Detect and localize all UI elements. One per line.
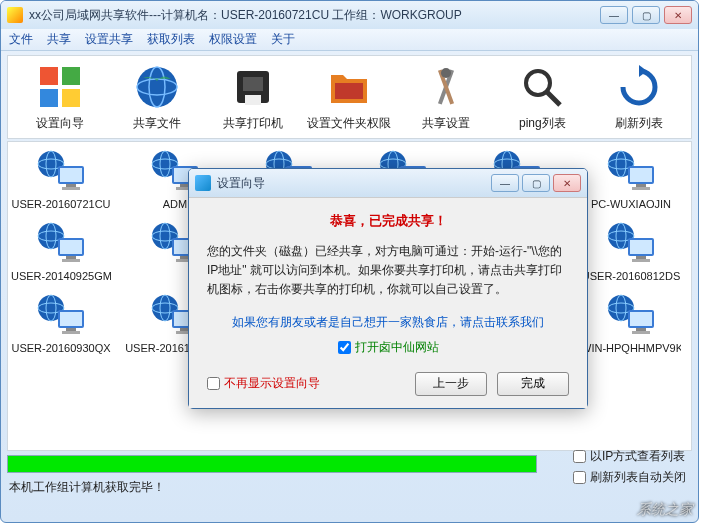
svg-rect-0 bbox=[40, 67, 58, 85]
options-panel: 以IP方式查看列表 刷新列表自动关闭 bbox=[573, 448, 686, 490]
svg-rect-65 bbox=[62, 259, 80, 262]
toolbar-refresh[interactable]: 刷新列表 bbox=[595, 63, 683, 132]
toolbar-label: 共享打印机 bbox=[223, 115, 283, 132]
menu-item-3[interactable]: 获取列表 bbox=[147, 31, 195, 48]
dialog-titlebar[interactable]: 设置向导 — ▢ ✕ bbox=[189, 169, 587, 197]
svg-rect-23 bbox=[62, 187, 80, 190]
toolbar-label: 设置向导 bbox=[36, 115, 84, 132]
toolbar-tools[interactable]: 共享设置 bbox=[402, 63, 490, 132]
pc-item[interactable]: USER-20160930QX bbox=[16, 294, 106, 354]
svg-rect-2 bbox=[40, 89, 58, 107]
menu-item-1[interactable]: 共享 bbox=[47, 31, 71, 48]
progress-bar bbox=[7, 455, 537, 473]
menu-item-4[interactable]: 权限设置 bbox=[209, 31, 257, 48]
pc-item[interactable]: USER-20140925GM bbox=[16, 222, 106, 282]
auto-close-label: 刷新列表自动关闭 bbox=[590, 469, 686, 486]
svg-rect-58 bbox=[632, 187, 650, 190]
globe-icon bbox=[133, 63, 181, 111]
noshow-label: 不再显示设置向导 bbox=[224, 375, 320, 392]
svg-rect-9 bbox=[245, 95, 261, 105]
svg-point-4 bbox=[137, 67, 177, 107]
ip-mode-checkbox[interactable] bbox=[573, 450, 586, 463]
toolbar-windows[interactable]: 设置向导 bbox=[16, 63, 104, 132]
pc-item[interactable]: WIN-HPQHHMPV9KI bbox=[586, 294, 676, 354]
search-icon bbox=[518, 63, 566, 111]
window-controls: — ▢ ✕ bbox=[600, 6, 692, 24]
open-site-checkbox[interactable] bbox=[338, 341, 351, 354]
svg-rect-141 bbox=[636, 328, 646, 331]
noshow-checkbox[interactable] bbox=[207, 377, 220, 390]
svg-rect-56 bbox=[630, 168, 652, 182]
wizard-dialog: 设置向导 — ▢ ✕ 恭喜，已完成共享！ 您的文件夹（磁盘）已经共享，对方电脑可… bbox=[188, 168, 588, 409]
dialog-instructions: 您的文件夹（磁盘）已经共享，对方电脑可通过：开始-运行-"\\您的IP地址" 就… bbox=[207, 242, 569, 300]
pc-item[interactable]: PC-WUXIAOJIN bbox=[586, 150, 676, 210]
ip-mode-label: 以IP方式查看列表 bbox=[590, 448, 685, 465]
pc-label: WIN-HPQHHMPV9KI bbox=[581, 342, 681, 354]
pc-label: USER-20160812DS bbox=[582, 270, 680, 282]
svg-rect-107 bbox=[62, 331, 80, 334]
pc-label: PC-WUXIAOJIN bbox=[591, 198, 671, 210]
svg-rect-8 bbox=[243, 77, 263, 91]
app-icon bbox=[7, 7, 23, 23]
dialog-body: 恭喜，已完成共享！ 您的文件夹（磁盘）已经共享，对方电脑可通过：开始-运行-"\… bbox=[189, 197, 587, 408]
minimize-button[interactable]: — bbox=[600, 6, 628, 24]
svg-rect-99 bbox=[636, 256, 646, 259]
computer-icon bbox=[606, 222, 656, 266]
svg-rect-98 bbox=[630, 240, 652, 254]
folder-icon bbox=[325, 63, 373, 111]
toolbar-search[interactable]: ping列表 bbox=[498, 63, 586, 132]
dialog-footer: 不再显示设置向导 上一步 完成 bbox=[207, 372, 569, 396]
option-ip-mode[interactable]: 以IP方式查看列表 bbox=[573, 448, 686, 465]
prev-button[interactable]: 上一步 bbox=[415, 372, 487, 396]
open-site-label: 打开卤中仙网站 bbox=[355, 339, 439, 356]
svg-rect-106 bbox=[66, 328, 76, 331]
refresh-icon bbox=[615, 63, 663, 111]
congrats-text: 恭喜，已完成共享！ bbox=[207, 212, 569, 230]
svg-rect-3 bbox=[62, 89, 80, 107]
dialog-minimize-button[interactable]: — bbox=[491, 174, 519, 192]
option-auto-close[interactable]: 刷新列表自动关闭 bbox=[573, 469, 686, 486]
computer-icon bbox=[36, 222, 86, 266]
toolbar-label: 共享设置 bbox=[422, 115, 470, 132]
menu-item-5[interactable]: 关于 bbox=[271, 31, 295, 48]
pc-label: USER-20160721CU bbox=[11, 198, 110, 210]
auto-close-checkbox[interactable] bbox=[573, 471, 586, 484]
computer-icon bbox=[606, 294, 656, 338]
maximize-button[interactable]: ▢ bbox=[632, 6, 660, 24]
menu-item-0[interactable]: 文件 bbox=[9, 31, 33, 48]
pc-item[interactable]: USER-20160812DS bbox=[586, 222, 676, 282]
contact-link[interactable]: 如果您有朋友或者是自己想开一家熟食店，请点击联系我们 bbox=[207, 314, 569, 331]
open-site-option[interactable]: 打开卤中仙网站 bbox=[207, 339, 569, 356]
svg-rect-57 bbox=[636, 184, 646, 187]
svg-rect-100 bbox=[632, 259, 650, 262]
pc-item[interactable]: USER-20160721CU bbox=[16, 150, 106, 210]
toolbar: 设置向导共享文件共享打印机设置文件夹权限共享设置ping列表刷新列表 bbox=[7, 55, 692, 139]
toolbar-label: 刷新列表 bbox=[615, 115, 663, 132]
pc-label: ADM bbox=[163, 198, 187, 210]
svg-point-14 bbox=[526, 71, 550, 95]
computer-icon bbox=[36, 294, 86, 338]
close-button[interactable]: ✕ bbox=[664, 6, 692, 24]
svg-rect-142 bbox=[632, 331, 650, 334]
svg-rect-64 bbox=[66, 256, 76, 259]
toolbar-folder[interactable]: 设置文件夹权限 bbox=[305, 63, 393, 132]
tools-icon bbox=[422, 63, 470, 111]
svg-rect-22 bbox=[66, 184, 76, 187]
menubar: 文件共享设置共享获取列表权限设置关于 bbox=[1, 29, 698, 51]
toolbar-label: ping列表 bbox=[519, 115, 566, 132]
dialog-close-button[interactable]: ✕ bbox=[553, 174, 581, 192]
pc-label: USER-20160930QX bbox=[11, 342, 110, 354]
noshow-option[interactable]: 不再显示设置向导 bbox=[207, 375, 405, 392]
toolbar-label: 设置文件夹权限 bbox=[307, 115, 391, 132]
svg-rect-140 bbox=[630, 312, 652, 326]
svg-rect-21 bbox=[60, 168, 82, 182]
svg-point-13 bbox=[441, 68, 451, 78]
titlebar[interactable]: xx公司局域网共享软件---计算机名：USER-20160721CU 工作组：W… bbox=[1, 1, 698, 29]
menu-item-2[interactable]: 设置共享 bbox=[85, 31, 133, 48]
dialog-title: 设置向导 bbox=[217, 175, 491, 192]
pc-label: USER-20140925GM bbox=[11, 270, 111, 282]
done-button[interactable]: 完成 bbox=[497, 372, 569, 396]
dialog-maximize-button[interactable]: ▢ bbox=[522, 174, 550, 192]
toolbar-globe[interactable]: 共享文件 bbox=[113, 63, 201, 132]
toolbar-printer[interactable]: 共享打印机 bbox=[209, 63, 297, 132]
